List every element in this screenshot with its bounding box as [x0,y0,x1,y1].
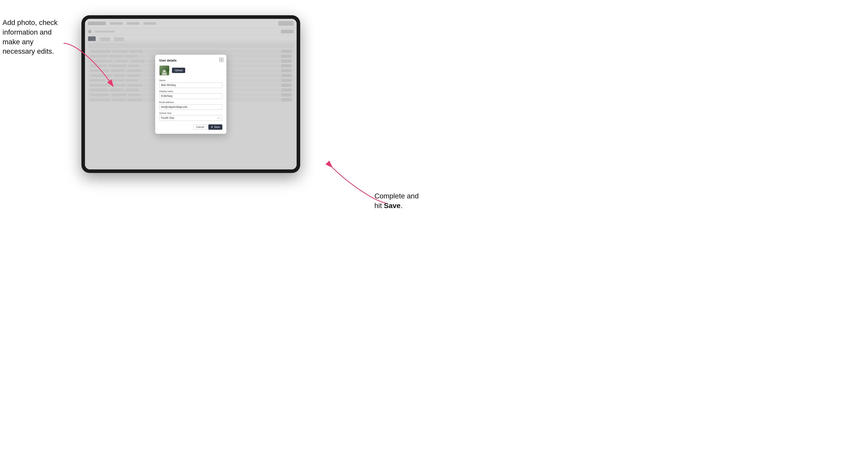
arrow-right [322,162,403,208]
school-year-select-wrapper: First Year Second Year Third Year Fourth… [159,115,222,121]
modal-close-button[interactable]: × [219,58,223,62]
email-input[interactable] [159,104,222,110]
arrow-left [48,38,120,94]
modal-title: User details [159,59,222,62]
name-input[interactable] [159,83,222,88]
svg-point-2 [163,70,165,72]
user-details-modal: User details × Upload [155,55,226,134]
select-clear-icon[interactable]: × [218,117,219,119]
school-year-label: School Year [159,112,222,115]
save-button[interactable]: ⬆ Save [208,124,222,130]
name-field-group: Name [159,79,222,88]
display-name-input[interactable] [159,93,222,99]
save-icon: ⬆ [211,126,213,128]
person-silhouette-icon [162,69,167,75]
photo-row: Upload [159,65,222,75]
upload-button[interactable]: Upload [172,68,185,73]
display-name-label: Display name [159,90,222,93]
user-photo-image [159,66,169,75]
modal-footer: Cancel ⬆ Save [159,124,222,130]
school-year-select[interactable]: First Year Second Year Third Year Fourth… [159,115,222,121]
user-photo [159,65,169,75]
school-year-field-group: School Year First Year Second Year Third… [159,112,222,121]
email-field-group: Email address [159,101,222,110]
svg-point-3 [162,73,167,75]
display-name-field-group: Display name [159,90,222,99]
save-label: Save [214,126,220,128]
name-label: Name [159,79,222,82]
email-label: Email address [159,101,222,103]
cancel-button[interactable]: Cancel [193,124,207,130]
